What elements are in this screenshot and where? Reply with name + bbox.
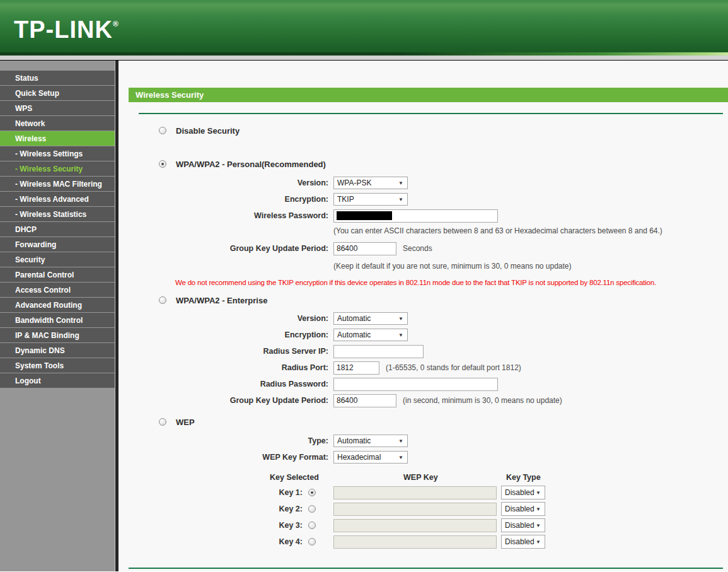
sidebar-item-wireless-security[interactable]: - Wireless Security [0, 161, 115, 176]
radius-ip-row: Radius Server IP: [118, 343, 728, 359]
wep-type-label: Type: [118, 436, 333, 445]
key4-radio[interactable] [308, 538, 316, 546]
wpa-personal-row: WPA/WPA2 - Personal(Recommended) [118, 159, 728, 169]
key3-type-select[interactable]: Disabled▼ [501, 518, 545, 532]
sidebar-item-wireless-statistics[interactable]: - Wireless Statistics [0, 207, 115, 221]
wep-row: WEP [118, 417, 728, 427]
wep-key1-row: Key 1: Disabled▼ [118, 484, 728, 501]
radius-port-note: (1-65535, 0 stands for default port 1812… [386, 363, 521, 372]
enterprise-version-label: Version: [118, 314, 333, 323]
sidebar-item-system-tools[interactable]: System Tools [0, 358, 115, 373]
sidebar-item-logout[interactable]: Logout [0, 373, 115, 388]
key3-radio[interactable] [308, 522, 316, 529]
col-key-selected: Key Selected [270, 473, 319, 482]
registered-trademark: ® [113, 20, 118, 28]
radius-port-input[interactable]: 1812 [333, 361, 379, 375]
radius-port-label: Radius Port: [118, 363, 333, 372]
wep-key3-row: Key 3: Disabled▼ [118, 517, 728, 534]
key4-input[interactable] [333, 535, 497, 549]
disable-security-row: Disable Security [118, 125, 728, 136]
wep-radio[interactable] [159, 418, 166, 426]
sidebar-item-wireless-advanced[interactable]: - Wireless Advanced [0, 192, 115, 206]
sidebar-item-access-control[interactable]: Access Control [0, 283, 115, 297]
enterprise-encryption-select[interactable]: Automatic▼ [333, 329, 408, 341]
wep-type-select[interactable]: Automatic▼ [333, 435, 408, 447]
header-divider-strip [0, 55, 728, 61]
dropdown-arrow-icon: ▼ [536, 490, 541, 496]
sidebar-item-dynamic-dns[interactable]: Dynamic DNS [0, 343, 115, 358]
dropdown-arrow-icon: ▼ [398, 332, 403, 338]
sidebar-item-ip-mac-binding[interactable]: IP & MAC Binding [0, 328, 115, 342]
key3-input[interactable] [333, 519, 497, 532]
personal-gkup-row: Group Key Update Period: 86400 Seconds [118, 240, 728, 257]
tplink-logo: TP-LINK® [14, 16, 118, 44]
disable-security-label: Disable Security [176, 126, 240, 136]
enterprise-encryption-row: Encryption: Automatic▼ [118, 327, 728, 343]
password-note: (You can enter ASCII characters between … [333, 226, 662, 235]
dropdown-arrow-icon: ▼ [398, 455, 403, 460]
wireless-password-input[interactable] [333, 209, 498, 223]
sidebar-item-advanced-routing[interactable]: Advanced Routing [0, 298, 115, 312]
wep-key4-row: Key 4: Disabled▼ [118, 534, 728, 550]
sidebar-item-network[interactable]: Network [0, 116, 115, 131]
page-title: Wireless Security [129, 88, 728, 102]
enterprise-version-row: Version: Automatic▼ [118, 310, 728, 327]
sidebar-item-wps[interactable]: WPS [0, 101, 115, 115]
col-wep-key: WEP Key [403, 473, 438, 482]
enterprise-gkup-row: Group Key Update Period: 86400 (in secon… [118, 392, 728, 409]
dropdown-arrow-icon: ▼ [398, 316, 403, 322]
enterprise-encryption-label: Encryption: [118, 330, 333, 339]
wireless-password-label: Wireless Password: [118, 211, 333, 220]
wep-format-select[interactable]: Hexadecimal▼ [333, 451, 408, 464]
password-note-row: (You can enter ASCII characters between … [118, 224, 728, 238]
sidebar-item-parental-control[interactable]: Parental Control [0, 267, 115, 282]
radius-ip-input[interactable] [333, 345, 424, 358]
wireless-password-row: Wireless Password: [118, 207, 728, 224]
sidebar-item-bandwidth-control[interactable]: Bandwidth Control [0, 313, 115, 327]
radius-password-input[interactable] [333, 378, 498, 391]
wpa-personal-radio[interactable] [159, 160, 166, 168]
key2-type-select[interactable]: Disabled▼ [501, 502, 545, 516]
wep-type-row: Type: Automatic▼ [118, 433, 728, 449]
sidebar-item-forwarding[interactable]: Forwarding [0, 237, 115, 252]
sidebar-spacer [0, 61, 115, 71]
personal-gkup-input[interactable]: 86400 [333, 242, 396, 255]
disable-security-radio[interactable] [159, 127, 166, 134]
gkup-note: (Keep it default if you are not sure, mi… [333, 262, 572, 271]
header-bottom-strip [0, 52, 728, 55]
personal-gkup-label: Group Key Update Period: [118, 244, 333, 253]
key2-radio[interactable] [308, 505, 316, 513]
sidebar-item-status[interactable]: Status [0, 71, 115, 85]
enterprise-gkup-note: (in second, minimum is 30, 0 means no up… [403, 396, 562, 405]
personal-version-row: Version: WPA-PSK▼ [118, 175, 728, 191]
wep-format-label: WEP Key Format: [118, 453, 333, 462]
dropdown-arrow-icon: ▼ [536, 523, 541, 528]
wep-key2-row: Key 2: Disabled▼ [118, 501, 728, 517]
dropdown-arrow-icon: ▼ [398, 438, 403, 444]
key1-type-select[interactable]: Disabled▼ [501, 486, 545, 499]
dropdown-arrow-icon: ▼ [536, 506, 541, 512]
sidebar-item-quick-setup[interactable]: Quick Setup [0, 86, 115, 100]
wpa-enterprise-radio[interactable] [159, 296, 166, 304]
key1-input[interactable] [333, 486, 497, 499]
wep-format-row: WEP Key Format: Hexadecimal▼ [118, 449, 728, 465]
seconds-unit-label: Seconds [403, 244, 432, 253]
sidebar-item-security[interactable]: Security [0, 252, 115, 267]
key2-input[interactable] [333, 503, 497, 516]
section-rule-bottom [129, 568, 723, 569]
enterprise-version-select[interactable]: Automatic▼ [333, 312, 408, 325]
sidebar-item-wireless-settings[interactable]: - Wireless Settings [0, 146, 115, 161]
wpa-enterprise-label: WPA/WPA2 - Enterprise [176, 296, 267, 305]
sidebar-item-wireless-mac-filtering[interactable]: - Wireless MAC Filtering [0, 177, 115, 191]
personal-version-select[interactable]: WPA-PSK▼ [333, 177, 408, 189]
key4-label: Key 4: [279, 537, 303, 546]
sidebar-item-wireless[interactable]: Wireless [0, 131, 115, 146]
key1-radio[interactable] [308, 489, 316, 496]
key4-type-select[interactable]: Disabled▼ [501, 535, 545, 549]
enterprise-gkup-input[interactable]: 86400 [333, 394, 396, 407]
personal-encryption-select[interactable]: TKIP▼ [333, 193, 408, 206]
key3-label: Key 3: [279, 521, 303, 530]
radius-password-label: Radius Password: [118, 380, 333, 388]
radius-password-row: Radius Password: [118, 376, 728, 392]
sidebar-item-dhcp[interactable]: DHCP [0, 222, 115, 236]
